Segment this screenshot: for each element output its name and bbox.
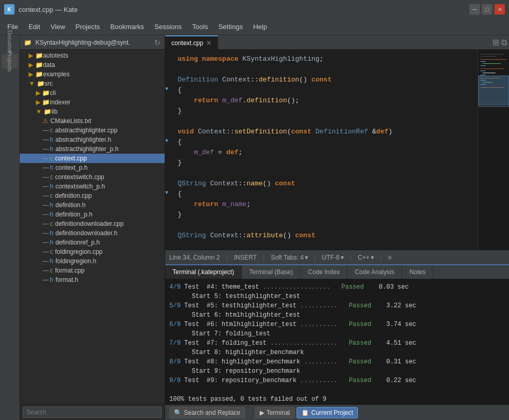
tree-item-autotests[interactable]: ▶ 📁autotests [20,51,165,60]
tree-item-indexer[interactable]: ▶ 📁indexer [20,98,165,107]
refresh-button[interactable]: ↻ [154,38,160,47]
indent-dropdown[interactable]: Soft Tabs: 4 ▾ [271,254,307,261]
menu-help[interactable]: Help [248,21,272,33]
current-project-button[interactable]: 📋 Current Project [297,407,358,418]
tree-item-data[interactable]: ▶ 📁data [20,60,165,70]
h-file-icon: — [43,211,49,218]
tree-item-format-h[interactable]: —hformat.h [20,275,165,284]
h-icon: h [50,136,53,143]
fold-arrow-1 [165,54,173,62]
tree-item-lib[interactable]: ▼ 📁lib [20,107,165,116]
menu-bookmarks[interactable]: Bookmarks [105,21,149,33]
tree-item-label: definition.h [56,201,86,209]
tree-item-definition-h[interactable]: —hdefinition.h [20,200,165,210]
minimap [478,50,509,250]
h-icon: h [50,211,53,218]
maximize-button[interactable]: □ [482,4,492,15]
terminal-line-4: 6/9 Test #6: htmlhighlighter_test ......… [169,320,505,329]
language-chevron-icon: ▾ [371,254,374,261]
tree-item-contextswitch_p-h[interactable]: —hcontextswitch_p.h [20,182,165,191]
fold-arrow-7 [165,116,173,124]
tree-item-label: contextswitch.cpp [55,173,104,181]
terminal-line-9: Start 9: repository_benchmark [169,367,505,376]
file-panel-title: 📁 KSyntaxHighlighting-debug@synt. [24,39,130,46]
h-icon: h [50,183,53,190]
code-line-11: } [165,158,478,168]
tree-item-context-cpp[interactable]: —ccontext.cpp [20,154,165,163]
tree-item-foldingregion-h[interactable]: —hfoldingregion.h [20,256,165,266]
code-content[interactable]: using namespace KSyntaxHighlighting; Def… [165,50,478,250]
search-bar [20,404,165,420]
bottom-tab-0[interactable]: Terminal (.kateproject) [165,265,242,279]
projects-label: Projects [7,47,13,76]
code-text-15: return m_name; [173,199,474,210]
bottom-tab-4[interactable]: Notes [402,265,433,279]
titlebar: K context.cpp — Kate ─ □ ✕ [0,0,509,19]
fold-arrow-4[interactable]: ▼ [165,85,173,93]
app-icon: K [4,4,15,15]
search-input[interactable] [23,407,162,418]
tree-item-definitionref_p-h[interactable]: —hdefinitionref_p.h [20,238,165,247]
code-line-13: QString Context::name() const [165,179,478,189]
tree-item-abstracthighlighter-cpp[interactable]: —cabstracthighlighter.cpp [20,126,165,135]
new-tab-button[interactable]: ⊞ [492,37,499,47]
encoding-dropdown[interactable]: UTF-8 ▾ [322,254,344,261]
tree-item-abstracthighlighter_p-h[interactable]: —habstracthighlighter_p.h [20,144,165,154]
tree-item-CMakeLists-txt[interactable]: ⚠CMakeLists.txt [20,116,165,126]
status-sep-1: | [226,254,227,261]
terminal-content[interactable]: 4/9 Test #4: theme_test ................… [165,279,509,404]
tree-item-definition_p-h[interactable]: —hdefinition_p.h [20,210,165,219]
tree-item-definitiondownloader-cpp[interactable]: —cdefinitiondownloader.cpp [20,219,165,228]
code-line-9: ▼{ [165,137,478,147]
tree-item-contextswitch-cpp[interactable]: —ccontextswitch.cpp [20,172,165,182]
search-replace-button[interactable]: 🔍 Search and Replace [169,407,245,418]
terminal-line-0: 4/9 Test #4: theme_test ................… [169,282,505,292]
menu-edit[interactable]: Edit [23,21,45,33]
bottom-panel: Terminal (.kateproject)Terminal (Base)Co… [165,264,509,420]
menu-tools[interactable]: Tools [187,21,213,33]
svg-rect-3 [480,59,506,60]
close-button[interactable]: ✕ [494,4,505,15]
cpp-file-icon: — [43,248,49,255]
code-text-4: { [173,85,474,96]
fold-arrow-16 [165,210,173,218]
fold-arrow-8 [165,127,173,134]
minimize-button[interactable]: ─ [470,4,480,15]
tree-item-label: context_p.h [56,164,88,171]
tree-item-definitiondownloader-h[interactable]: —hdefinitiondownloader.h [20,228,165,238]
tree-item-label: abstracthighlighter_p.h [56,145,118,153]
tree-item-examples[interactable]: ▶ 📁examples [20,70,165,79]
tree-item-cli[interactable]: ▶ 📁cli [20,88,165,98]
lines-icon: ≡ [388,254,392,261]
fold-arrow-9[interactable]: ▼ [165,137,173,145]
menu-projects[interactable]: Projects [70,21,105,33]
h-icon: h [50,239,53,246]
tree-item-definition-cpp[interactable]: —cdefinition.cpp [20,191,165,200]
language-dropdown[interactable]: C++ ▾ [358,254,374,261]
editor-tab-context-cpp[interactable]: context.cpp ✕ [165,35,218,49]
svg-rect-10 [480,75,486,75]
tab-bar: context.cpp ✕ ⊞ ⧉ [165,35,509,50]
menu-settings[interactable]: Settings [213,21,248,33]
tab-label: context.cpp [171,39,203,47]
code-line-14: ▼{ [165,189,478,199]
bottom-tab-3[interactable]: Code Analysis [347,265,402,279]
fold-arrow-14[interactable]: ▼ [165,189,173,197]
bottom-tab-2[interactable]: Code Index [301,265,347,279]
menu-view[interactable]: View [45,21,70,33]
tab-close-button[interactable]: ✕ [206,40,211,46]
split-view-button[interactable]: ⧉ [501,38,507,47]
titlebar-title: context.cpp — Kate [19,6,77,13]
bottom-tab-1[interactable]: Terminal (Base) [242,265,301,279]
terminal-button[interactable]: ▶ Terminal [255,407,294,418]
file-panel-header: 📁 KSyntaxHighlighting-debug@synt. ↻ [20,35,165,50]
tree-item-context_p-h[interactable]: —hcontext_p.h [20,163,165,172]
tree-item-abstracthighlighter-h[interactable]: —habstracthighlighter.h [20,135,165,144]
tree-item-format-cpp[interactable]: —cformat.cpp [20,266,165,275]
sidebar-projects-btn[interactable]: Projects [2,54,18,69]
tree-item-src[interactable]: ▼ 📁src [20,79,165,88]
menu-sessions[interactable]: Sessions [149,21,187,33]
cmake-icon: ⚠ [43,117,48,125]
tree-item-foldingregion-cpp[interactable]: —cfoldingregion.cpp [20,247,165,256]
tree-item-label: src [45,80,53,87]
